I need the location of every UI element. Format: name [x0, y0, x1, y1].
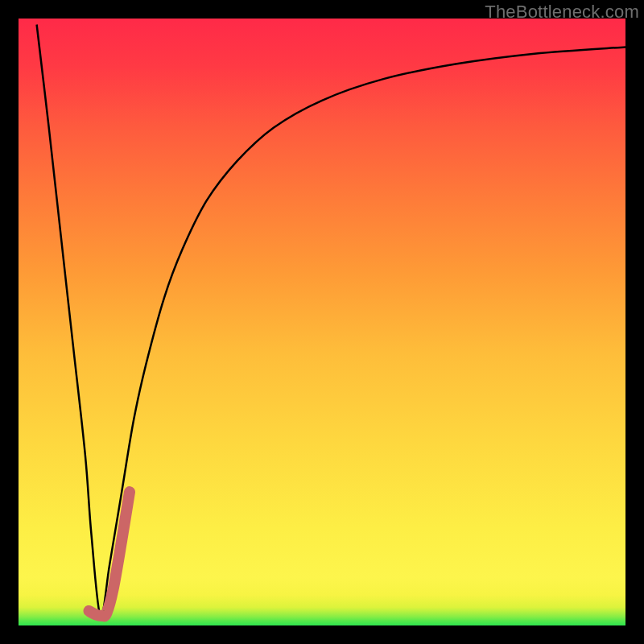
- curve-group: [37, 25, 625, 617]
- chart-svg: [19, 19, 625, 625]
- chart-container: TheBottleneck.com: [0, 0, 644, 644]
- hook-overlay-path: [89, 492, 130, 616]
- watermark-text: TheBottleneck.com: [485, 2, 639, 23]
